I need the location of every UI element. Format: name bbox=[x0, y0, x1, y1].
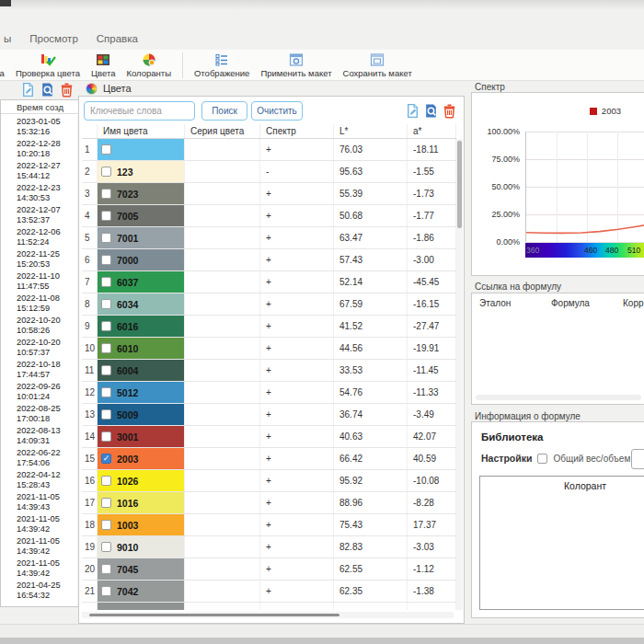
toolbar-button-1[interactable]: Проверка цвета bbox=[10, 50, 86, 81]
row-checkbox[interactable] bbox=[101, 409, 111, 420]
history-entry[interactable]: 2022-10-2010:57:37 bbox=[17, 338, 84, 357]
history-entry[interactable]: 2022-11-2515:20:53 bbox=[17, 249, 84, 269]
history-date: 2022-09-26 bbox=[17, 382, 84, 392]
history-entry[interactable]: 2022-11-1011:47:55 bbox=[17, 271, 84, 291]
table-row[interactable]: 76037+52.14-45.45 bbox=[82, 271, 456, 293]
search-input[interactable] bbox=[84, 101, 195, 121]
row-checkbox[interactable] bbox=[101, 343, 111, 353]
history-entry[interactable]: 2022-12-0611:52:24 bbox=[17, 227, 84, 247]
row-checkbox[interactable] bbox=[101, 321, 111, 331]
row-checkbox[interactable] bbox=[101, 520, 111, 530]
formula-link-scrollbar[interactable] bbox=[476, 395, 641, 400]
row-checkbox[interactable] bbox=[101, 431, 111, 442]
table-row[interactable]: 106010+44.56-19.91 bbox=[82, 338, 456, 360]
toolbar-button-4[interactable]: Отображение bbox=[189, 50, 255, 81]
clear-button[interactable]: Очистить bbox=[251, 101, 303, 121]
color-name: 6034 bbox=[117, 299, 138, 310]
table-row[interactable]: 86034+67.59-16.15 bbox=[82, 293, 456, 316]
row-checkbox[interactable] bbox=[101, 211, 111, 221]
row-checkbox[interactable] bbox=[101, 255, 111, 265]
row-checkbox[interactable] bbox=[101, 277, 111, 287]
history-entry[interactable]: 2023-01-0515:32:16 bbox=[17, 117, 84, 136]
history-entry[interactable]: 2022-04-1215:28:43 bbox=[17, 470, 84, 489]
row-checkbox[interactable] bbox=[101, 299, 111, 309]
trash-icon[interactable] bbox=[59, 82, 75, 98]
row-checkbox[interactable] bbox=[101, 365, 111, 375]
row-checkbox[interactable] bbox=[101, 542, 111, 552]
row-checkbox[interactable]: ✓ bbox=[101, 454, 111, 464]
row-checkbox[interactable] bbox=[101, 189, 111, 199]
toolbar-button-2[interactable]: Цвета bbox=[86, 50, 121, 81]
series-cell bbox=[185, 448, 260, 469]
table-row[interactable]: 96016+41.52-27.47 bbox=[82, 316, 456, 338]
row-checkbox[interactable] bbox=[101, 564, 111, 574]
row-checkbox[interactable] bbox=[101, 233, 111, 243]
history-entry[interactable]: 2022-12-2715:44:12 bbox=[17, 161, 84, 180]
colorant-table: Колорант bbox=[479, 476, 644, 610]
settings-input[interactable] bbox=[631, 449, 644, 469]
table-row[interactable]: 15✓2003+66.4240.59 bbox=[82, 448, 456, 470]
history-entry[interactable]: 2021-11-0514:39:42 bbox=[17, 514, 84, 534]
table-row[interactable]: 1+76.03-18.11 bbox=[82, 139, 456, 161]
series-cell bbox=[185, 271, 260, 293]
toolbar-button-6[interactable]: Сохранить макет bbox=[338, 50, 418, 81]
table-row[interactable]: 171016+88.96-8.28 bbox=[82, 492, 456, 514]
table-row[interactable]: 47005+50.68-1.77 bbox=[82, 205, 456, 227]
doc-search-icon[interactable] bbox=[423, 103, 439, 119]
history-entry[interactable]: 2021-11-0514:39:42 bbox=[17, 536, 84, 556]
table-row[interactable]: 2123-95.63-1.55 bbox=[82, 161, 456, 183]
table-row[interactable]: 143001+40.6342.07 bbox=[82, 426, 456, 448]
menu-item-1[interactable]: Просмотр bbox=[29, 33, 78, 44]
trash-icon[interactable] bbox=[442, 103, 457, 119]
table-row[interactable]: 135009+36.74-3.49 bbox=[82, 404, 456, 426]
table-row[interactable]: 207045+62.55-1.12 bbox=[82, 558, 456, 581]
total-weight-checkbox[interactable] bbox=[537, 454, 547, 464]
series-cell bbox=[185, 338, 260, 359]
toolbar-button-3[interactable]: Колоранты bbox=[121, 50, 177, 81]
history-entry[interactable]: 2021-11-0514:39:43 bbox=[17, 492, 84, 512]
table-row[interactable]: 57001+63.47-1.86 bbox=[82, 227, 456, 249]
doc-new-icon[interactable] bbox=[405, 103, 420, 119]
search-button[interactable]: Поиск bbox=[201, 101, 247, 121]
table-row[interactable]: 67000+57.43-3.00 bbox=[82, 249, 456, 271]
history-entry[interactable]: 2022-12-2810:20:18 bbox=[17, 139, 84, 158]
history-entry[interactable]: 2022-12-2314:30:53 bbox=[17, 183, 84, 202]
row-checkbox[interactable] bbox=[101, 144, 111, 155]
row-checkbox[interactable] bbox=[101, 586, 111, 596]
row-checkbox[interactable] bbox=[101, 476, 111, 486]
history-entry[interactable]: 2021-04-2516:54:32 bbox=[17, 581, 84, 600]
doc-search-icon[interactable] bbox=[40, 82, 55, 98]
colors-hscrollbar-thumb[interactable] bbox=[89, 614, 339, 616]
menu-item-0[interactable]: ы bbox=[4, 33, 11, 44]
history-entry[interactable]: 2021-11-0514:39:42 bbox=[17, 558, 84, 578]
table-row[interactable]: 161026+95.92-10.08 bbox=[82, 470, 456, 492]
doc-new-icon[interactable] bbox=[20, 82, 36, 98]
menu-item-2[interactable]: Справка bbox=[97, 33, 138, 44]
history-entry[interactable]: 2022-08-2517:00:18 bbox=[17, 404, 84, 423]
formula-link-panel: ЭталонФормулаКорр bbox=[471, 293, 644, 405]
row-checkbox[interactable] bbox=[101, 387, 111, 397]
table-row[interactable]: 217042+62.35-1.38 bbox=[82, 581, 456, 603]
toolbar-button-0[interactable]: цвета bbox=[0, 50, 10, 81]
colors-vscrollbar[interactable] bbox=[456, 139, 463, 610]
colors-vscrollbar-thumb[interactable] bbox=[457, 141, 462, 228]
toolbar-button-5[interactable]: Применить макет bbox=[255, 50, 337, 81]
history-entry[interactable]: 2022-09-2610:01:24 bbox=[17, 382, 84, 401]
history-entry[interactable]: 2022-12-0713:52:37 bbox=[17, 205, 84, 224]
row-checkbox[interactable] bbox=[101, 498, 111, 508]
colors-hscrollbar[interactable] bbox=[82, 612, 454, 618]
tab-colors[interactable]: Цвета bbox=[86, 81, 132, 96]
history-entry[interactable]: 2022-10-1817:44:57 bbox=[17, 360, 84, 379]
table-row[interactable]: 181003+75.4317.37 bbox=[82, 514, 456, 536]
table-row[interactable]: 116004+33.53-11.45 bbox=[82, 360, 456, 382]
table-row[interactable]: 125012+54.76-11.33 bbox=[82, 382, 456, 404]
cell bbox=[408, 603, 456, 610]
table-row[interactable]: 37023+55.39-1.73 bbox=[82, 183, 456, 205]
row-checkbox[interactable] bbox=[101, 167, 111, 177]
history-entry[interactable]: 2022-06-2217:54:06 bbox=[17, 448, 84, 467]
table-row[interactable]: 199010+82.83-3.03 bbox=[82, 536, 456, 558]
history-entry[interactable]: 2022-11-0815:12:59 bbox=[17, 293, 84, 313]
history-entry[interactable]: 2022-10-2010:58:26 bbox=[17, 316, 84, 335]
x-axis-tick: 480 bbox=[605, 246, 618, 255]
history-entry[interactable]: 2022-08-1314:09:31 bbox=[17, 426, 84, 445]
